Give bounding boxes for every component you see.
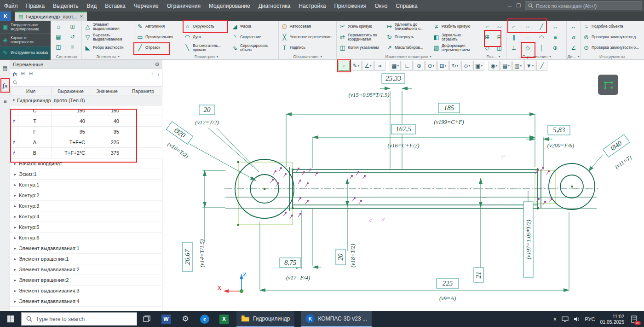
print-icon[interactable]: ▤ bbox=[53, 32, 64, 41]
mode-sketch-tools[interactable]: ✎Инструменты эскиза bbox=[0, 47, 51, 59]
tree-item-extrusion[interactable]: ▸Элемент выдавливания:1 bbox=[10, 243, 162, 254]
variable-row[interactable]: F3535 bbox=[10, 127, 162, 137]
language-indicator[interactable]: РУС bbox=[585, 316, 595, 322]
move-up-icon[interactable]: ↑ bbox=[151, 71, 154, 76]
rotate-view-icon[interactable]: ↻▾ bbox=[449, 61, 460, 71]
tree-item-revolution[interactable]: ▸Элемент вращения:1 bbox=[10, 254, 162, 264]
copy-icon[interactable]: ◫ bbox=[53, 42, 64, 52]
app-logo[interactable]: K bbox=[0, 12, 11, 21]
menu-draw[interactable]: Черчение bbox=[130, 0, 163, 12]
dimension-diameter-icon[interactable]: ⌀ bbox=[568, 32, 579, 42]
tree-item-contour[interactable]: ▸Контур:6 bbox=[10, 233, 162, 243]
speaker-icon[interactable] bbox=[574, 316, 580, 322]
misc-icon-6[interactable]: ◫ bbox=[494, 43, 505, 53]
constraint-snap-icon[interactable]: ⌐ bbox=[508, 22, 519, 31]
filter-icon[interactable]: ▼▾ bbox=[524, 61, 535, 71]
constraint-symmetry-icon[interactable]: ◇ bbox=[522, 43, 533, 53]
angle-snap-icon[interactable]: ∠▾ bbox=[362, 61, 374, 71]
menu-file[interactable]: Файл bbox=[0, 0, 22, 12]
menu-window[interactable]: Окно bbox=[371, 0, 392, 12]
zoom-area-icon[interactable]: ⊕ bbox=[414, 61, 425, 71]
constraint-perpendicular-icon[interactable]: ⊥ bbox=[508, 43, 519, 53]
gear-icon[interactable]: ⚙ bbox=[155, 61, 160, 68]
edge-app-button[interactable]: e bbox=[195, 311, 214, 327]
undo-icon[interactable]: ↺ bbox=[67, 32, 78, 41]
tool-deform[interactable]: ▨Деформация перемещением bbox=[431, 42, 478, 53]
constraint-fix-icon[interactable]: ≡ bbox=[550, 32, 561, 42]
dimension-labels[interactable]: 185 (v199=C+F) 167,5 (v16=C+F/2) 25,33 (… bbox=[167, 74, 633, 302]
ortho-icon[interactable]: ∟ bbox=[402, 61, 413, 71]
column-header[interactable]: Значение bbox=[90, 87, 124, 95]
constraint-horizontal-icon[interactable]: ═ bbox=[522, 32, 533, 42]
minimize-button[interactable]: ─ bbox=[508, 3, 512, 9]
constraint-arc-icon[interactable]: ◠ bbox=[536, 32, 547, 42]
tool-rib[interactable]: ◣Ребро жесткости bbox=[83, 42, 132, 53]
tool-autoaxis[interactable]: ∅Автоосевая bbox=[280, 21, 335, 32]
tool-copy[interactable]: ◫Копия указанием bbox=[338, 42, 385, 53]
zoom-select-icon[interactable]: ⊙▾ bbox=[426, 61, 437, 71]
variable-row[interactable]: C150150 bbox=[10, 105, 162, 116]
folder-window-button[interactable]: Гидроцилиндр bbox=[236, 311, 294, 327]
paste-icon[interactable]: ⊞ bbox=[67, 22, 78, 31]
tool-rectangle[interactable]: ▭Прямоугольник bbox=[135, 32, 183, 42]
tree-panel-icon[interactable]: ▤ bbox=[0, 63, 10, 74]
column-header[interactable]: Выражение bbox=[52, 87, 90, 95]
tree-item-contour[interactable]: ▸Контур:4 bbox=[10, 211, 162, 222]
task-view-button[interactable] bbox=[137, 311, 156, 327]
constraint-tangent-icon[interactable]: ○ bbox=[522, 22, 533, 31]
kompas-window-button[interactable]: K КОМПАС-3D v23 ... bbox=[301, 311, 372, 327]
fx-variables-icon[interactable]: fx bbox=[0, 80, 10, 91]
tool-split[interactable]: ≠Разбить кривую bbox=[431, 21, 478, 32]
tool-cut-extrude[interactable]: ▽Вырезать выдавливанием bbox=[83, 32, 132, 42]
tree-item-extrusion[interactable]: ▸Элемент выдавливания:2 bbox=[10, 264, 162, 275]
tree-item-sketch[interactable]: ▸Эскиз:1 bbox=[10, 169, 162, 180]
menu-edit[interactable]: Правка bbox=[22, 0, 49, 12]
sketch-drawing[interactable]: // // — |= — — 185 (v199=C+F) 167,5 (v16… bbox=[162, 60, 644, 311]
tool-extend[interactable]: ↦Удлинить до ближайшего о... bbox=[385, 21, 431, 32]
clock[interactable]: 11:02 01.05.2025 bbox=[600, 314, 624, 325]
measure-icon[interactable]: ╱ bbox=[536, 61, 547, 71]
sketch-canvas[interactable]: // // — |= — — 185 (v199=C+F) 167,5 (v16… bbox=[162, 60, 644, 311]
tool-autoline[interactable]: ✎Автолиния bbox=[135, 21, 183, 32]
misc-icon-5[interactable]: ⊟ bbox=[494, 32, 505, 42]
constraint-collinear-icon[interactable]: ╱ bbox=[536, 22, 547, 31]
mode-wireframe-surfaces[interactable]: ◈Каркас и поверхности bbox=[0, 34, 51, 47]
rounding-icon[interactable]: ≈ bbox=[374, 61, 385, 71]
list-icon[interactable]: ≡ bbox=[67, 42, 78, 52]
tool-chamfer[interactable]: ◢Фаска bbox=[230, 21, 277, 32]
variables-search[interactable] bbox=[10, 78, 162, 87]
display-mode-icon[interactable]: ▣▾ bbox=[473, 61, 484, 71]
display-icon[interactable] bbox=[562, 316, 569, 322]
tool-project[interactable]: ⇘Спроецировать объект bbox=[230, 42, 277, 53]
green-app-button[interactable]: X bbox=[214, 311, 234, 327]
tool-extrude[interactable]: △Элемент выдавливания bbox=[83, 21, 132, 32]
taskbar-search-input[interactable]: Type here to search bbox=[21, 312, 137, 326]
settings-app-button[interactable]: ⚙ bbox=[176, 311, 195, 327]
menu-apps[interactable]: Приложения bbox=[330, 0, 370, 12]
grid-icon[interactable]: ▦▾ bbox=[390, 61, 401, 71]
constraint-vertical-icon[interactable]: │ bbox=[536, 43, 547, 53]
column-header[interactable]: Имя bbox=[10, 87, 52, 95]
tray-chevron-icon[interactable]: ∧ bbox=[553, 316, 557, 322]
column-header[interactable]: Параметр bbox=[124, 87, 162, 95]
collapse-icon[interactable]: ⊟ bbox=[29, 70, 33, 76]
tree-item-extrusion[interactable]: ▸Элемент выдавливания:4 bbox=[10, 296, 162, 307]
erase-mode-icon[interactable]: ✎▾ bbox=[351, 61, 362, 71]
notification-button[interactable]: 20 bbox=[629, 314, 639, 324]
table-view-icon[interactable]: ⊞ bbox=[21, 70, 25, 76]
tree-item-contour[interactable]: ▸Контур:1 bbox=[10, 180, 162, 190]
tool-fillet[interactable]: ◝Скругление bbox=[230, 32, 277, 42]
menu-constraints[interactable]: Ограничения bbox=[163, 0, 205, 12]
properties-icon[interactable]: ⌂ bbox=[53, 22, 64, 31]
pan-icon[interactable]: ⊞▾ bbox=[437, 61, 448, 71]
menu-help[interactable]: Справка bbox=[391, 0, 421, 12]
tool-closure-check-outline[interactable]: ⊙Проверка замкнутости о... bbox=[581, 42, 642, 53]
tree-item-contour[interactable]: ▸Контур:5 bbox=[10, 222, 162, 233]
sections-icon[interactable]: ▤▾ bbox=[500, 61, 512, 71]
tool-text[interactable]: TНадпись bbox=[280, 42, 335, 53]
menu-diagnostics[interactable]: Диагностика bbox=[254, 0, 295, 12]
word-app-button[interactable]: W bbox=[156, 311, 176, 327]
variables-group-row[interactable]: ▾ Гидроцилиндр_прото (Тел-0) bbox=[10, 95, 162, 105]
tool-arc[interactable]: ◠Дуга bbox=[183, 32, 230, 42]
start-button[interactable] bbox=[0, 311, 21, 327]
